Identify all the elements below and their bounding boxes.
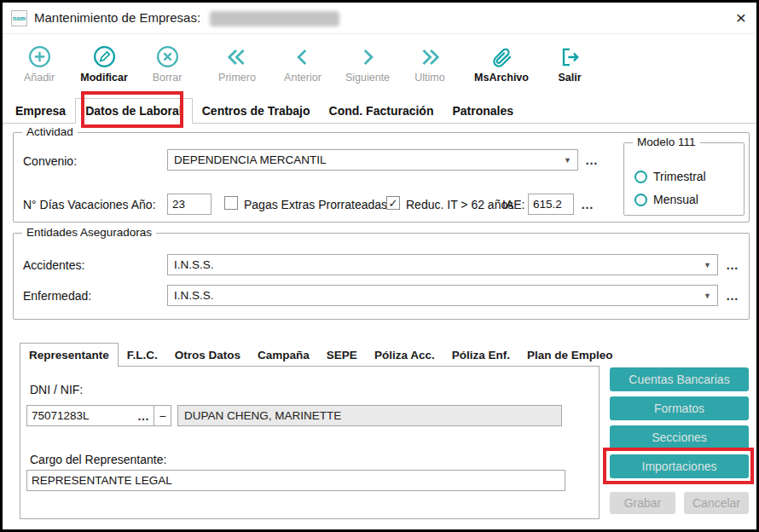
accidentes-combobox[interactable]: I.N.S.S. ▼ xyxy=(167,254,718,275)
toolbar-button-salir[interactable]: Salir xyxy=(547,38,593,84)
group-actividad-legend: Actividad xyxy=(22,125,78,138)
toolbar-button-anterior[interactable]: Anterior xyxy=(274,38,332,84)
enfermedad-value: I.N.S.S. xyxy=(174,289,214,302)
tab-empresa[interactable]: Empresa xyxy=(6,99,75,123)
previous-icon xyxy=(274,38,332,69)
grabar-button[interactable]: Grabar xyxy=(610,492,675,514)
checkbox-reduc-it[interactable]: ✓ xyxy=(386,196,400,210)
radio-mensual-label: Mensual xyxy=(653,193,698,206)
redacted-company-name xyxy=(210,11,339,26)
representante-name-display: DUPAN CHENG, MARINETTE xyxy=(177,405,562,426)
toolbar-button-msarchivo[interactable]: MsArchivo xyxy=(468,38,535,84)
titlebar: nom Mantenimiento de Empresas: × xyxy=(3,3,756,34)
accidentes-label: Accidentes: xyxy=(23,258,84,272)
representante-panel xyxy=(20,366,600,519)
group-entidades-legend: Entidades Aseguradoras xyxy=(22,226,156,239)
accidentes-browse-button[interactable]: … xyxy=(726,257,739,273)
toolbar-label: Añadir xyxy=(13,72,66,84)
cuentas-bancarias-button[interactable]: Cuentas Bancarias xyxy=(610,367,749,391)
tab-patronales[interactable]: Patronales xyxy=(443,99,523,123)
checkbox-pagas-extras[interactable] xyxy=(224,196,238,210)
chevron-down-icon: ▼ xyxy=(697,292,711,300)
vacaciones-input[interactable] xyxy=(167,194,211,215)
enfermedad-browse-button[interactable]: … xyxy=(726,288,739,304)
toolbar-label: Ultimo xyxy=(403,72,456,84)
reduc-it-label: Reduc. IT > 62 años xyxy=(406,198,513,211)
sub-tabbar: Representante F.L.C. Otros Datos Campaña… xyxy=(20,344,621,367)
dni-clear-button[interactable]: − xyxy=(154,405,171,426)
convenio-combobox[interactable]: DEPENDENCIA MERCANTIL ▼ xyxy=(167,149,578,171)
cargo-label: Cargo del Representante: xyxy=(30,453,166,466)
radio-mensual[interactable] xyxy=(634,194,647,206)
exit-icon xyxy=(547,38,593,69)
close-button[interactable]: × xyxy=(736,7,746,29)
toolbar-label: Primero xyxy=(209,72,265,84)
tab-cond-facturacion[interactable]: Cond. Facturación xyxy=(320,99,443,123)
subtab-poliza-acc[interactable]: Póliza Acc. xyxy=(366,344,443,367)
dni-browse-button[interactable]: … xyxy=(137,409,149,423)
secciones-button[interactable]: Secciones xyxy=(610,425,749,449)
toolbar-button-primero[interactable]: Primero xyxy=(209,38,265,84)
toolbar-button-ultimo[interactable]: Ultimo xyxy=(403,38,456,84)
toolbar-label: Anterior xyxy=(274,72,332,84)
pagas-extras-label: Pagas Extras Prorrateadas xyxy=(244,198,387,211)
subtab-representante[interactable]: Representante xyxy=(20,343,119,367)
subtab-sepe[interactable]: SEPE xyxy=(318,344,366,367)
accidentes-value: I.N.S.S. xyxy=(174,258,214,271)
main-tabbar: Empresa Datos de Laboral Centros de Trab… xyxy=(3,98,756,124)
subtab-plan-de-empleo[interactable]: Plan de Empleo xyxy=(519,344,622,367)
iae-input[interactable] xyxy=(528,194,574,215)
enfermedad-label: Enfermedad: xyxy=(23,289,91,303)
toolbar-button-borrar[interactable]: Borrar xyxy=(141,38,194,84)
window: nom Mantenimiento de Empresas: × Añadir … xyxy=(0,0,759,532)
subtab-flc[interactable]: F.L.C. xyxy=(119,344,166,367)
check-icon: ✓ xyxy=(389,197,398,210)
cargo-input[interactable] xyxy=(26,470,565,491)
tab-datos-de-laboral[interactable]: Datos de Laboral xyxy=(75,98,193,124)
cancelar-button[interactable]: Cancelar xyxy=(684,492,749,514)
toolbar-label: Siguiente xyxy=(337,72,398,84)
subtab-otros-datos[interactable]: Otros Datos xyxy=(166,344,249,367)
importaciones-button[interactable]: Importaciones xyxy=(610,454,749,478)
last-icon xyxy=(403,38,456,69)
dni-input-box: … xyxy=(26,405,154,426)
first-icon xyxy=(209,38,265,69)
chevron-down-icon: ▼ xyxy=(557,156,571,165)
toolbar-button-modificar[interactable]: Modificar xyxy=(74,38,134,84)
convenio-label: Convenio: xyxy=(23,154,77,168)
iae-browse-button[interactable]: … xyxy=(581,197,594,212)
dni-nif-label: DNI / NIF: xyxy=(30,383,83,396)
subtab-poliza-enf[interactable]: Póliza Enf. xyxy=(443,344,519,367)
next-icon xyxy=(337,38,398,69)
chevron-down-icon: ▼ xyxy=(697,261,711,269)
iae-label: IAE: xyxy=(502,198,524,211)
group-modelo-111-legend: Modelo 111 xyxy=(633,136,700,148)
toolbar-button-siguiente[interactable]: Siguiente xyxy=(337,38,398,84)
app-icon: nom xyxy=(11,10,27,26)
toolbar-label: MsArchivo xyxy=(468,72,535,84)
convenio-value: DEPENDENCIA MERCANTIL xyxy=(174,153,327,166)
tab-centros-de-trabajo[interactable]: Centros de Trabajo xyxy=(193,99,320,123)
radio-trimestral-label: Trimestral xyxy=(653,170,706,183)
dni-field-group: … − xyxy=(26,405,171,426)
add-icon xyxy=(13,38,66,69)
subtab-campana[interactable]: Campaña xyxy=(249,344,318,367)
group-entidades-aseguradoras: Entidades Aseguradoras xyxy=(13,233,750,320)
window-title: Mantenimiento de Empresas: xyxy=(34,10,200,25)
dni-input[interactable] xyxy=(32,409,125,422)
enfermedad-combobox[interactable]: I.N.S.S. ▼ xyxy=(167,285,718,306)
toolbar-label: Salir xyxy=(547,72,593,84)
formatos-button[interactable]: Formatos xyxy=(610,396,749,420)
delete-icon xyxy=(141,38,194,69)
paperclip-icon xyxy=(468,38,535,69)
toolbar-label: Borrar xyxy=(141,72,194,84)
toolbar-button-anadir[interactable]: Añadir xyxy=(13,38,66,84)
edit-icon xyxy=(74,38,134,69)
radio-trimestral[interactable] xyxy=(634,171,647,183)
convenio-browse-button[interactable]: … xyxy=(585,153,599,168)
toolbar-label: Modificar xyxy=(74,72,134,84)
vacaciones-label: N° Días Vacaciones Año: xyxy=(23,198,156,211)
